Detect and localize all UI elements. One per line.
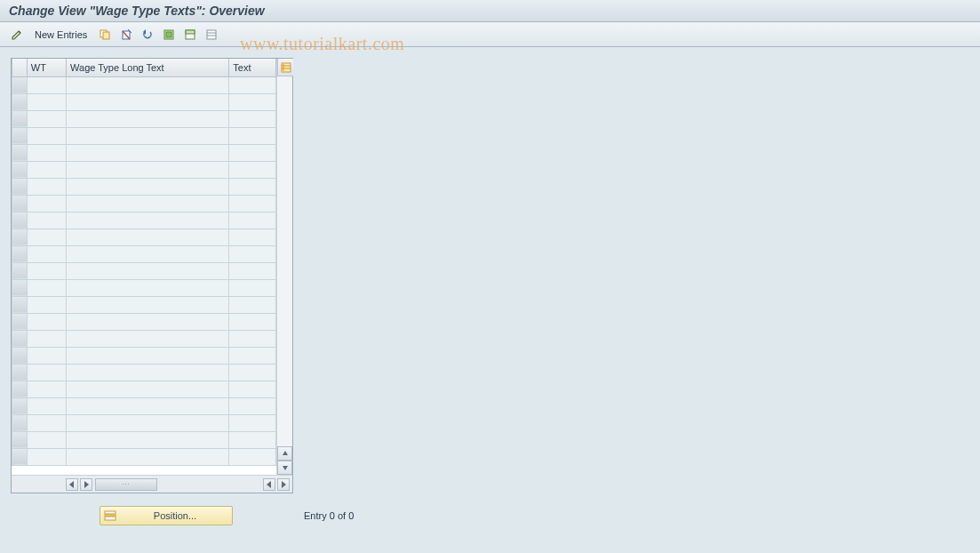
cell[interactable] xyxy=(67,195,229,212)
cell[interactable] xyxy=(229,93,276,110)
cell[interactable] xyxy=(27,93,66,110)
cell[interactable] xyxy=(229,364,276,381)
new-entries-button[interactable]: New Entries xyxy=(28,26,93,44)
hscroll-thumb[interactable]: ··· xyxy=(95,478,157,491)
row-selector[interactable] xyxy=(12,228,28,245)
cell[interactable] xyxy=(229,110,276,127)
cell[interactable] xyxy=(27,330,66,347)
cell[interactable] xyxy=(27,144,66,161)
cell[interactable] xyxy=(27,195,66,212)
row-selector[interactable] xyxy=(12,381,28,397)
scroll-down-button[interactable] xyxy=(277,461,292,475)
undo-button[interactable] xyxy=(138,26,157,44)
row-selector[interactable] xyxy=(12,330,28,347)
cell[interactable] xyxy=(67,381,229,397)
cell[interactable] xyxy=(229,212,276,228)
cell[interactable] xyxy=(27,76,66,93)
row-selector[interactable] xyxy=(12,93,28,110)
cell[interactable] xyxy=(229,76,276,93)
cell[interactable] xyxy=(67,161,229,178)
cell[interactable] xyxy=(27,347,66,364)
cell[interactable] xyxy=(67,228,229,245)
row-selector[interactable] xyxy=(12,178,28,195)
cell[interactable] xyxy=(67,296,229,313)
cell[interactable] xyxy=(67,127,229,144)
cell[interactable] xyxy=(229,397,276,414)
deselect-all-button[interactable] xyxy=(202,26,221,44)
row-selector[interactable] xyxy=(12,195,28,212)
row-selector-header[interactable] xyxy=(12,59,28,76)
cell[interactable] xyxy=(67,144,229,161)
cell[interactable] xyxy=(27,228,66,245)
cell[interactable] xyxy=(27,127,66,144)
row-selector[interactable] xyxy=(12,144,28,161)
cell[interactable] xyxy=(27,364,66,381)
cell[interactable] xyxy=(229,127,276,144)
horizontal-scrollbar[interactable]: ··· xyxy=(12,475,292,493)
vertical-scrollbar[interactable] xyxy=(276,59,292,475)
hscroll-left-button[interactable] xyxy=(66,478,78,491)
cell[interactable] xyxy=(67,397,229,414)
cell[interactable] xyxy=(229,330,276,347)
cell[interactable] xyxy=(27,212,66,228)
cell[interactable] xyxy=(67,330,229,347)
row-selector[interactable] xyxy=(12,212,28,228)
cell[interactable] xyxy=(27,431,66,448)
cell[interactable] xyxy=(229,144,276,161)
row-selector[interactable] xyxy=(12,313,28,330)
cell[interactable] xyxy=(67,76,229,93)
cell[interactable] xyxy=(27,313,66,330)
row-selector[interactable] xyxy=(12,397,28,414)
cell[interactable] xyxy=(67,178,229,195)
select-all-button[interactable] xyxy=(159,26,179,44)
vscroll-track[interactable] xyxy=(277,76,292,446)
table-settings-button[interactable] xyxy=(277,59,293,76)
cell[interactable] xyxy=(67,414,229,431)
cell[interactable] xyxy=(229,431,276,448)
cell[interactable] xyxy=(67,431,229,448)
cell[interactable] xyxy=(229,195,276,212)
row-selector[interactable] xyxy=(12,279,28,296)
cell[interactable] xyxy=(27,262,66,279)
cell[interactable] xyxy=(27,279,66,296)
cell[interactable] xyxy=(67,313,229,330)
hscroll-right-button[interactable] xyxy=(80,478,92,491)
row-selector[interactable] xyxy=(12,110,28,127)
row-selector[interactable] xyxy=(12,76,28,93)
select-block-button[interactable] xyxy=(180,26,200,44)
cell[interactable] xyxy=(27,414,66,431)
cell[interactable] xyxy=(229,296,276,313)
cell[interactable] xyxy=(67,448,229,465)
row-selector[interactable] xyxy=(12,161,28,178)
cell[interactable] xyxy=(67,110,229,127)
cell[interactable] xyxy=(229,161,276,178)
cell[interactable] xyxy=(67,347,229,364)
cell[interactable] xyxy=(27,178,66,195)
cell[interactable] xyxy=(229,347,276,364)
cell[interactable] xyxy=(229,414,276,431)
cell[interactable] xyxy=(229,381,276,397)
row-selector[interactable] xyxy=(12,262,28,279)
cell[interactable] xyxy=(27,397,66,414)
cell[interactable] xyxy=(229,313,276,330)
cell[interactable] xyxy=(229,245,276,262)
cell[interactable] xyxy=(67,262,229,279)
row-selector[interactable] xyxy=(12,364,28,381)
position-button[interactable]: Position... xyxy=(100,506,233,525)
cell[interactable] xyxy=(27,448,66,465)
cell[interactable] xyxy=(27,110,66,127)
row-selector[interactable] xyxy=(12,431,28,448)
cell[interactable] xyxy=(27,296,66,313)
cell[interactable] xyxy=(27,161,66,178)
row-selector[interactable] xyxy=(12,414,28,431)
cell[interactable] xyxy=(229,448,276,465)
row-selector[interactable] xyxy=(12,347,28,364)
delete-button[interactable] xyxy=(116,26,136,44)
copy-button[interactable] xyxy=(95,26,115,44)
cell[interactable] xyxy=(27,245,66,262)
hscroll-left-end-button[interactable] xyxy=(263,478,275,491)
row-selector[interactable] xyxy=(12,245,28,262)
cell[interactable] xyxy=(229,279,276,296)
row-selector[interactable] xyxy=(12,127,28,144)
cell[interactable] xyxy=(229,262,276,279)
